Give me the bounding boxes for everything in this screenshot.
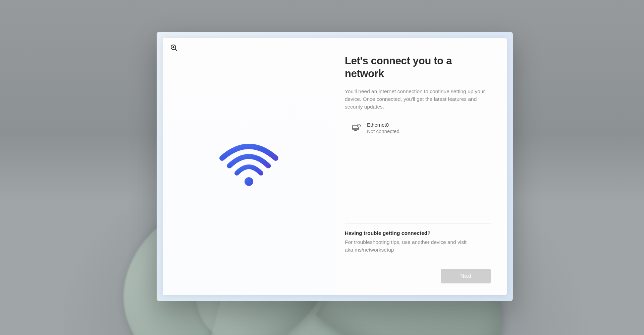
- network-info: Ethernet0 Not connected: [367, 122, 399, 134]
- content-panel: Let's connect you to a network You'll ne…: [335, 38, 507, 295]
- setup-content-panel: Let's connect you to a network You'll ne…: [163, 38, 507, 295]
- trouble-text: For troubleshooting tips, use another de…: [345, 238, 491, 254]
- svg-line-1: [175, 49, 177, 51]
- trouble-heading: Having trouble getting connected?: [345, 230, 491, 236]
- setup-wizard-window: Let's connect you to a network You'll ne…: [157, 32, 513, 301]
- button-row: Next: [345, 269, 491, 283]
- divider: [345, 223, 491, 223]
- network-item-ethernet[interactable]: Ethernet0 Not connected: [345, 121, 491, 135]
- svg-point-4: [245, 177, 253, 186]
- network-name: Ethernet0: [367, 122, 399, 128]
- next-button[interactable]: Next: [441, 269, 491, 283]
- wifi-icon: [215, 130, 282, 197]
- page-description: You'll need an internet connection to co…: [345, 87, 491, 111]
- network-status: Not connected: [367, 128, 399, 134]
- ethernet-icon: [352, 123, 361, 133]
- troubleshooting-section: Having trouble getting connected? For tr…: [345, 230, 491, 254]
- page-title: Let's connect you to a network: [345, 55, 491, 80]
- illustration-panel: [163, 38, 335, 295]
- magnifier-icon[interactable]: [170, 44, 178, 52]
